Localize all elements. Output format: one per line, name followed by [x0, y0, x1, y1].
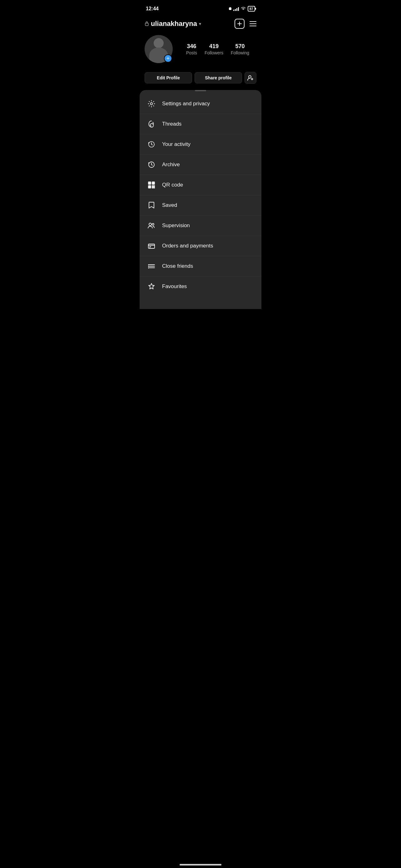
profile-section: + 346 Posts 419 Followers 570 Following — [140, 32, 261, 68]
status-bar: 12:44 87 — [140, 0, 261, 16]
closefriends-icon — [147, 262, 156, 271]
sheet-handle — [195, 90, 206, 91]
wifi-icon — [241, 6, 246, 11]
notification-icon — [229, 7, 231, 10]
menu-line-2 — [249, 24, 257, 24]
menu-item-activity[interactable]: Your activity — [140, 134, 261, 155]
supervision-icon — [147, 221, 156, 230]
add-post-button[interactable] — [235, 19, 244, 29]
svg-rect-16 — [149, 186, 150, 187]
following-label: Following — [231, 50, 249, 55]
svg-point-5 — [248, 75, 251, 78]
header-actions — [235, 19, 257, 29]
menu-line-1 — [249, 21, 257, 22]
bottom-sheet: Settings and privacy Threads Your activi… — [140, 90, 261, 309]
signal-icon — [233, 6, 239, 11]
following-count: 570 — [235, 43, 244, 50]
menu-item-threads[interactable]: Threads — [140, 114, 261, 134]
dropdown-arrow-icon: ▾ — [199, 21, 201, 26]
profile-info-row: + 346 Posts 419 Followers 570 Following — [144, 35, 257, 63]
add-story-button[interactable]: + — [164, 54, 172, 62]
menu-item-saved[interactable]: Saved — [140, 195, 261, 216]
svg-point-8 — [151, 103, 153, 105]
following-stat[interactable]: 570 Following — [231, 43, 249, 55]
stats-row: 346 Posts 419 Followers 570 Following — [179, 43, 257, 55]
svg-marker-30 — [149, 283, 154, 289]
username-container[interactable]: ulianakharyna ▾ — [144, 20, 201, 28]
activity-label: Your activity — [162, 141, 191, 148]
followers-count: 419 — [209, 43, 219, 50]
battery-icon: 87 — [248, 6, 255, 11]
posts-count: 346 — [187, 43, 196, 50]
menu-item-qr[interactable]: QR code — [140, 175, 261, 195]
menu-line-3 — [249, 26, 257, 26]
svg-rect-23 — [148, 244, 155, 248]
favourites-icon — [147, 282, 156, 291]
menu-item-archive[interactable]: Archive — [140, 155, 261, 175]
svg-rect-20 — [154, 187, 155, 188]
settings-icon — [147, 99, 156, 108]
svg-rect-14 — [149, 183, 150, 184]
archive-icon — [147, 160, 156, 169]
menu-item-settings[interactable]: Settings and privacy — [140, 94, 261, 114]
orders-label: Orders and payments — [162, 243, 213, 249]
svg-rect-19 — [152, 187, 153, 188]
svg-point-22 — [152, 223, 154, 225]
status-icons: 87 — [229, 6, 255, 11]
svg-point-21 — [149, 223, 152, 226]
threads-label: Threads — [162, 121, 181, 127]
supervision-label: Supervision — [162, 222, 190, 229]
svg-rect-0 — [229, 7, 231, 10]
posts-stat[interactable]: 346 Posts — [186, 43, 197, 55]
menu-item-supervision[interactable]: Supervision — [140, 216, 261, 236]
saved-label: Saved — [162, 202, 177, 208]
share-profile-button[interactable]: Share profile — [195, 72, 242, 84]
menu-item-favourites[interactable]: Favourites — [140, 277, 261, 297]
avatar-container[interactable]: + — [144, 35, 173, 63]
action-buttons: Edit Profile Share profile — [140, 68, 261, 86]
svg-rect-1 — [230, 7, 231, 8]
archive-label: Archive — [162, 161, 180, 168]
svg-rect-2 — [145, 23, 148, 26]
hamburger-menu-button[interactable] — [249, 21, 257, 26]
edit-profile-button[interactable]: Edit Profile — [144, 72, 192, 84]
menu-item-orders[interactable]: Orders and payments — [140, 236, 261, 256]
activity-icon — [147, 140, 156, 149]
svg-rect-15 — [153, 183, 154, 184]
qr-label: QR code — [162, 182, 183, 188]
threads-icon — [147, 120, 156, 128]
svg-rect-18 — [154, 186, 155, 187]
orders-icon — [147, 242, 156, 250]
posts-label: Posts — [186, 50, 197, 55]
username-text: ulianakharyna — [151, 20, 197, 28]
menu-item-closefriends[interactable]: Close friends — [140, 256, 261, 277]
followers-label: Followers — [205, 50, 223, 55]
saved-icon — [147, 201, 156, 210]
svg-rect-17 — [152, 186, 153, 187]
favourites-label: Favourites — [162, 283, 187, 290]
lock-icon — [144, 21, 149, 27]
closefriends-label: Close friends — [162, 263, 193, 269]
settings-label: Settings and privacy — [162, 101, 210, 107]
followers-stat[interactable]: 419 Followers — [205, 43, 223, 55]
add-person-button[interactable] — [244, 72, 257, 84]
status-time: 12:44 — [146, 6, 159, 11]
qr-icon — [147, 181, 156, 189]
header: ulianakharyna ▾ — [140, 16, 261, 32]
